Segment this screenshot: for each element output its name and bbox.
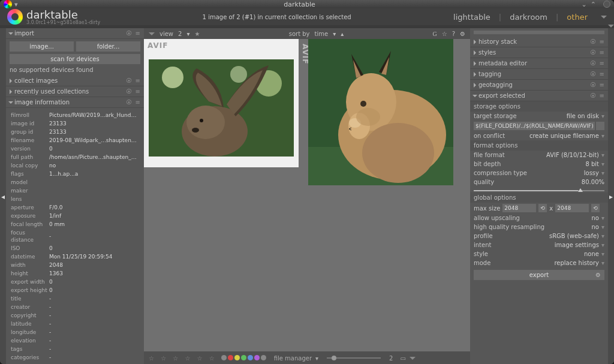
collapse-icon[interactable] [149, 32, 155, 35]
section-metadata-editor[interactable]: metadata editor⦿≡ [470, 58, 608, 69]
file-format-row[interactable]: file format AVIF (8/10/12-bit) ▾ [470, 151, 608, 160]
section-import[interactable]: import ⦿≡ [6, 28, 144, 39]
import-image-button[interactable]: image... [10, 41, 74, 52]
collapse-icon[interactable] [410, 357, 416, 360]
panel-collapse-top-icon[interactable] [608, 25, 614, 28]
upscaling-row[interactable]: allow upscalingno▾ [470, 213, 608, 222]
menu-icon[interactable]: ≡ [600, 92, 604, 99]
compression-row[interactable]: compression type lossy ▾ [470, 169, 608, 178]
bit-depth-row[interactable]: bit depth 8 bit ▾ [470, 160, 608, 169]
maximize-icon[interactable]: ⌃ [591, 1, 596, 8]
section-history-stack[interactable]: history stack⦿≡ [470, 37, 608, 47]
profile-row[interactable]: profilesRGB (web-safe)▾ [470, 231, 608, 240]
reset-icon[interactable]: ⦿ [126, 88, 132, 95]
color-dot[interactable] [241, 355, 246, 360]
conflict-row[interactable]: on conflict create unique filename ▾ [470, 131, 608, 140]
target-storage-label: target storage [474, 113, 517, 119]
menu-icon[interactable]: ≡ [600, 38, 604, 45]
star-icon[interactable]: ★ [194, 31, 200, 37]
section-tagging[interactable]: tagging⦿≡ [470, 69, 608, 80]
reset-icon[interactable]: ⦿ [590, 38, 596, 45]
color-dot[interactable] [248, 355, 253, 360]
thumbnail[interactable]: AVIF [299, 39, 453, 185]
star-icon[interactable]: ☆ [442, 31, 447, 37]
tab-darkroom[interactable]: darkroom [510, 13, 547, 22]
export-path-input[interactable] [474, 122, 595, 130]
reset-icon[interactable]: ⦿ [590, 49, 596, 56]
view-label: view [159, 31, 173, 37]
reset-icon[interactable]: ⦿ [590, 60, 596, 67]
reset-icon[interactable]: ⦿ [590, 82, 596, 88]
section-export-selected[interactable]: export selected⦿≡ [470, 91, 608, 101]
reset-icon[interactable]: ⦿ [590, 71, 596, 77]
reset-icon[interactable]: ⦿ [126, 77, 132, 84]
thumbnail-grid[interactable]: AVIF [144, 39, 470, 351]
color-dot[interactable] [228, 355, 233, 360]
export-button[interactable]: export ⚙ [474, 270, 604, 280]
quality-value: 80.00% [582, 179, 604, 185]
menu-icon[interactable]: ≡ [136, 77, 140, 84]
tab-lighttable[interactable]: lighttable [453, 13, 490, 22]
scan-devices-button[interactable]: scan for devices [10, 54, 140, 64]
close-icon[interactable] [603, 1, 610, 8]
mode-label: mode [474, 260, 490, 266]
gear-icon[interactable]: ⚙ [460, 31, 465, 37]
section-image-info[interactable]: image information ⦿≡ [6, 97, 144, 108]
gear-icon[interactable]: ⚙ [595, 272, 601, 278]
reset-height-button[interactable]: ⟲ [591, 204, 600, 212]
import-folder-button[interactable]: folder... [76, 41, 140, 52]
minimize-icon[interactable]: ⌄ [582, 1, 587, 8]
zoom-slider[interactable] [327, 357, 381, 359]
color-labels[interactable] [221, 355, 267, 362]
group-icon[interactable]: G [433, 31, 437, 37]
menu-icon[interactable]: ≡ [136, 88, 140, 95]
tab-dropdown-icon[interactable] [601, 16, 607, 19]
reset-width-button[interactable]: ⟲ [538, 204, 547, 212]
section-styles[interactable]: styles⦿≡ [470, 47, 608, 58]
menu-icon[interactable]: ≡ [136, 30, 140, 37]
section-geotagging[interactable]: geotagging⦿≡ [470, 80, 608, 91]
section-recent-label: recently used collections [14, 88, 89, 95]
reset-icon[interactable]: ⦿ [126, 30, 132, 37]
dropdown-icon[interactable]: ▾ [333, 31, 336, 37]
dropdown-icon[interactable]: ▾ [186, 31, 189, 37]
section-recent[interactable]: recently used collections ⦿≡ [6, 86, 144, 97]
style-row[interactable]: stylenone▾ [470, 249, 608, 258]
color-dot[interactable] [234, 355, 240, 360]
display-icon[interactable]: ▭ [400, 355, 405, 362]
color-dot[interactable] [221, 355, 227, 360]
tab-other[interactable]: other [567, 13, 588, 22]
rating-stars[interactable]: ☆ ☆ ☆ ☆ ☆ ☆ [149, 355, 217, 362]
hq-resampling-row[interactable]: high quality resamplingno▾ [470, 222, 608, 231]
section-collect[interactable]: collect images ⦿≡ [6, 76, 144, 86]
target-storage-row[interactable]: target storage file on disk ▾ [470, 112, 608, 121]
view-value[interactable]: 2 [178, 31, 182, 37]
info-val: F/0.0 [49, 204, 139, 211]
dropdown-icon[interactable]: ▾ [315, 355, 318, 362]
menu-icon[interactable]: ≡ [600, 49, 604, 56]
color-dot[interactable] [261, 355, 266, 360]
color-dot[interactable] [254, 355, 260, 360]
style-value: none [584, 251, 599, 257]
menu-icon[interactable]: ≡ [600, 71, 604, 77]
menu-icon[interactable]: ≡ [600, 82, 604, 88]
max-width-input[interactable] [502, 204, 536, 212]
quality-slider[interactable] [470, 186, 608, 192]
left-edge[interactable]: ◂ [0, 28, 6, 364]
sort-direction-icon[interactable]: ▴ [341, 31, 344, 37]
help-icon[interactable]: ? [452, 31, 455, 37]
intent-row[interactable]: intentimage settings▾ [470, 240, 608, 249]
sort-value[interactable]: time [315, 31, 329, 37]
max-height-input[interactable] [555, 204, 589, 212]
thumbnail[interactable]: AVIF [144, 39, 299, 167]
right-edge[interactable]: ▸ [608, 28, 614, 364]
mode-row[interactable]: modereplace history▾ [470, 258, 608, 267]
info-val: - [49, 337, 139, 344]
menu-icon[interactable]: ≡ [136, 99, 140, 106]
browse-button[interactable] [596, 122, 604, 130]
reset-icon[interactable]: ⦿ [590, 92, 596, 99]
reset-icon[interactable]: ⦿ [126, 99, 132, 106]
layout-select[interactable]: file manager [274, 355, 312, 362]
dropdown-icon: ▾ [601, 224, 604, 230]
menu-icon[interactable]: ≡ [600, 60, 604, 67]
